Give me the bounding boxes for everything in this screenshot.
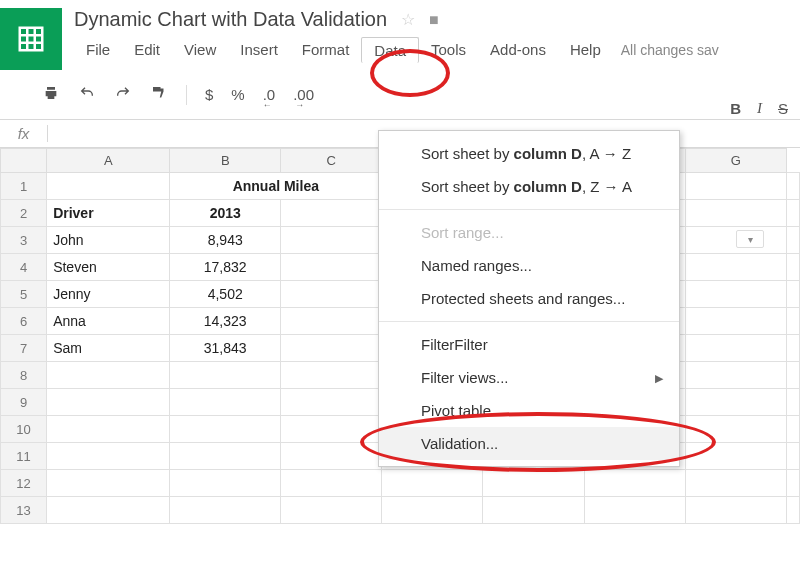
row-header[interactable]: 12 bbox=[1, 470, 47, 497]
row-header[interactable]: 9 bbox=[1, 389, 47, 416]
cell[interactable] bbox=[47, 470, 170, 497]
cell[interactable] bbox=[170, 470, 281, 497]
menu-view[interactable]: View bbox=[172, 37, 228, 63]
row-header[interactable]: 1 bbox=[1, 173, 47, 200]
cell[interactable] bbox=[170, 362, 281, 389]
cell[interactable] bbox=[584, 470, 685, 497]
cell[interactable] bbox=[170, 389, 281, 416]
col-header-g[interactable]: G bbox=[685, 149, 786, 173]
menu-file[interactable]: File bbox=[74, 37, 122, 63]
cell[interactable] bbox=[787, 281, 800, 308]
cell[interactable] bbox=[47, 443, 170, 470]
cell[interactable] bbox=[280, 443, 381, 470]
cell[interactable] bbox=[170, 497, 281, 524]
cell[interactable] bbox=[685, 335, 786, 362]
col-header-a[interactable]: A bbox=[47, 149, 170, 173]
cell[interactable] bbox=[685, 362, 786, 389]
menu-item-sort-desc[interactable]: Sort sheet by column D, Z → A bbox=[379, 170, 679, 203]
menu-format[interactable]: Format bbox=[290, 37, 362, 63]
row-header[interactable]: 7 bbox=[1, 335, 47, 362]
format-currency[interactable]: $ bbox=[205, 86, 213, 103]
increase-decimal[interactable]: .00→ bbox=[293, 86, 314, 103]
cell[interactable] bbox=[47, 362, 170, 389]
row-header[interactable]: 13 bbox=[1, 497, 47, 524]
cell[interactable] bbox=[47, 497, 170, 524]
cell[interactable]: Anna bbox=[47, 308, 170, 335]
folder-icon[interactable]: ■ bbox=[429, 11, 439, 29]
cell[interactable] bbox=[787, 200, 800, 227]
cell[interactable] bbox=[280, 254, 381, 281]
cell[interactable] bbox=[685, 470, 786, 497]
cell[interactable] bbox=[47, 416, 170, 443]
cell[interactable]: 8,943 bbox=[170, 227, 281, 254]
cell[interactable]: Annual Milea bbox=[170, 173, 382, 200]
menu-data[interactable]: Data bbox=[361, 37, 419, 63]
menu-insert[interactable]: Insert bbox=[228, 37, 290, 63]
cell[interactable] bbox=[280, 227, 381, 254]
cell[interactable] bbox=[280, 497, 381, 524]
cell[interactable] bbox=[685, 281, 786, 308]
cell[interactable] bbox=[685, 389, 786, 416]
cell[interactable] bbox=[787, 443, 800, 470]
row-header[interactable]: 4 bbox=[1, 254, 47, 281]
cell[interactable] bbox=[280, 281, 381, 308]
cell[interactable] bbox=[787, 416, 800, 443]
cell[interactable] bbox=[685, 254, 786, 281]
cell[interactable]: John bbox=[47, 227, 170, 254]
cell[interactable] bbox=[280, 470, 381, 497]
cell[interactable] bbox=[685, 200, 786, 227]
row-header[interactable]: 3 bbox=[1, 227, 47, 254]
row-header[interactable]: 6 bbox=[1, 308, 47, 335]
cell[interactable] bbox=[47, 173, 170, 200]
cell[interactable] bbox=[787, 308, 800, 335]
redo-icon[interactable] bbox=[114, 85, 132, 104]
menu-item-pivot[interactable]: Pivot table... bbox=[379, 394, 679, 427]
cell[interactable]: 17,832 bbox=[170, 254, 281, 281]
menu-item-filter[interactable]: FilterFilter bbox=[379, 328, 679, 361]
print-icon[interactable] bbox=[42, 85, 60, 104]
cell[interactable] bbox=[787, 335, 800, 362]
cell[interactable]: 2013 bbox=[170, 200, 281, 227]
cell[interactable]: 4,502 bbox=[170, 281, 281, 308]
cell[interactable] bbox=[685, 416, 786, 443]
cell[interactable] bbox=[170, 416, 281, 443]
format-percent[interactable]: % bbox=[231, 86, 244, 103]
row-header[interactable]: 8 bbox=[1, 362, 47, 389]
strikethrough-button[interactable]: S bbox=[778, 100, 788, 117]
menu-edit[interactable]: Edit bbox=[122, 37, 172, 63]
select-all-corner[interactable] bbox=[1, 149, 47, 173]
row-header[interactable]: 5 bbox=[1, 281, 47, 308]
cell[interactable] bbox=[787, 173, 800, 200]
cell[interactable] bbox=[787, 389, 800, 416]
menu-item-validation[interactable]: Validation... bbox=[379, 427, 679, 460]
row-header[interactable]: 10 bbox=[1, 416, 47, 443]
cell[interactable] bbox=[280, 416, 381, 443]
cell[interactable] bbox=[382, 497, 483, 524]
cell[interactable] bbox=[483, 470, 584, 497]
cell[interactable] bbox=[685, 173, 786, 200]
cell[interactable]: Jenny bbox=[47, 281, 170, 308]
cell[interactable]: Driver bbox=[47, 200, 170, 227]
cell[interactable] bbox=[787, 227, 800, 254]
menu-item-sort-asc[interactable]: Sort sheet by column D, A → Z bbox=[379, 137, 679, 170]
cell[interactable] bbox=[685, 497, 786, 524]
cell[interactable] bbox=[280, 389, 381, 416]
row-header[interactable]: 2 bbox=[1, 200, 47, 227]
doc-title[interactable]: Dynamic Chart with Data Validation bbox=[74, 8, 387, 31]
col-header-c[interactable]: C bbox=[280, 149, 381, 173]
menu-tools[interactable]: Tools bbox=[419, 37, 478, 63]
cell[interactable]: Sam bbox=[47, 335, 170, 362]
cell[interactable] bbox=[483, 497, 584, 524]
bold-button[interactable]: B bbox=[730, 100, 741, 117]
cell[interactable] bbox=[280, 308, 381, 335]
menu-help[interactable]: Help bbox=[558, 37, 613, 63]
menu-item-protected[interactable]: Protected sheets and ranges... bbox=[379, 282, 679, 315]
paint-format-icon[interactable] bbox=[150, 84, 168, 105]
cell[interactable] bbox=[280, 335, 381, 362]
italic-button[interactable]: I bbox=[757, 100, 762, 117]
menu-item-filter-views[interactable]: Filter views... ▶ bbox=[379, 361, 679, 394]
cell[interactable] bbox=[685, 443, 786, 470]
cell[interactable] bbox=[47, 389, 170, 416]
cell[interactable] bbox=[280, 200, 381, 227]
col-header-b[interactable]: B bbox=[170, 149, 281, 173]
